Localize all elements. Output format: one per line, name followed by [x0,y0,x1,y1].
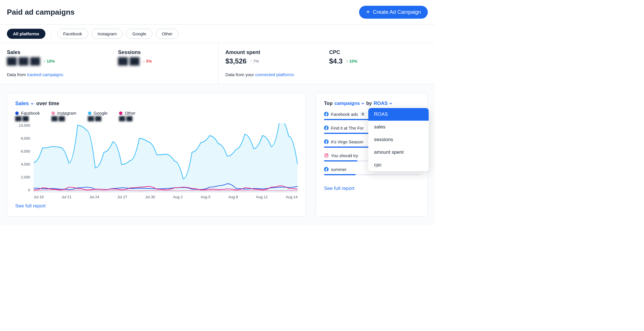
filter-separator [51,30,51,38]
filter-other[interactable]: Other [156,29,179,39]
legend-value: ██ ██ [119,116,136,121]
platform-filters: All platforms Facebook Instagram Google … [0,25,435,43]
dropdown-option[interactable]: cpc [368,159,429,171]
stat-value: ██ ██ [118,57,139,65]
sales-chart-panel: Sales over time Facebook██ ██Instagram██… [7,93,306,217]
stat-value: $4.3 [329,57,343,65]
chevron-down-icon [389,102,392,105]
x-tick: Jul 27 [117,195,127,199]
campaign-badge: B [360,112,365,116]
arrow-up-icon: ↑ [346,59,348,63]
data-source-note: Data from tracked campaigns [7,72,211,77]
legend-value: ██ ██ [88,116,108,121]
legend-dot [15,111,19,115]
chart-plot [34,123,298,192]
arrow-down-icon: ↓ [143,59,145,63]
x-tick: Jul 21 [62,195,72,199]
chart-y-axis: 10,0008,0006,0004,0002,0000 [15,123,32,192]
chevron-down-icon [30,102,34,105]
stat-label: CPC [329,49,357,55]
facebook-icon [324,139,329,144]
legend-dot [119,111,122,115]
top-entity-dropdown[interactable]: campaigns [334,101,365,106]
campaign-bar [324,174,419,175]
filter-facebook[interactable]: Facebook [57,29,88,39]
stat-label: Amount spent [225,49,260,55]
legend-dot [51,111,55,115]
x-tick: Aug 2 [173,195,183,199]
legend-item: Facebook██ ██ [15,111,40,121]
legend-label: Facebook [21,111,40,116]
y-tick: 4,000 [15,162,30,166]
page-title: Paid ad campaigns [7,8,75,17]
instagram-icon [324,153,329,158]
legend-label: Google [94,111,108,116]
sort-dropdown-menu: ROASsalessessionsamount spentcpc [368,108,429,171]
chart-x-axis: Jul 18Jul 21Jul 24Jul 27Jul 30Aug 2Aug 5… [34,195,298,199]
stat-delta: ↑ 10% [346,59,357,63]
x-tick: Jul 18 [34,195,44,199]
y-tick: 0 [15,188,30,192]
campaign-name: Facebook ads [331,112,358,117]
legend-value: ██ ██ [51,116,76,121]
plus-icon [366,9,370,15]
legend-label: Instagram [57,111,76,116]
y-tick: 8,000 [15,136,30,141]
data-source-note: Data from your connected platforms [225,72,428,77]
chart-metric-dropdown[interactable]: Sales [15,101,34,107]
top-sort-dropdown[interactable]: ROAS [374,101,392,106]
top-campaigns-panel: Top campaigns by ROAS Facebook adsB ↑ 2%… [316,93,428,217]
stat-label: Sales [7,49,55,55]
facebook-icon [324,167,329,172]
x-tick: Aug 8 [228,195,238,199]
see-full-report-link[interactable]: See full report [15,203,46,209]
legend-label: Other [125,111,136,116]
filter-google[interactable]: Google [126,29,152,39]
campaign-name: It's Virgo Season [331,139,363,144]
chart-title-rest: over time [36,101,59,107]
stat-cpc: CPC $4.3 ↑ 10% [329,49,357,65]
stat-delta: ↑ 10% [43,59,55,63]
campaign-name: You should try [331,153,358,158]
campaign-name: summer [331,167,346,172]
campaign-name: Find it at The For [331,126,364,130]
y-tick: 10,000 [15,123,30,128]
connected-platforms-link[interactable]: connected platforms [255,72,294,77]
stat-amount-spent: Amount spent $3,526 ↑ 7% [225,49,260,65]
x-tick: Jul 30 [145,195,155,199]
stat-delta: ↓ 5% [143,59,152,63]
x-tick: Aug 11 [256,195,268,199]
x-tick: Aug 14 [286,195,298,199]
top-by: by [366,101,372,106]
top-prefix: Top [324,101,333,106]
svg-point-2 [327,154,327,155]
create-ad-campaign-button[interactable]: Create Ad Campaign [359,6,428,19]
dropdown-option[interactable]: ROAS [368,108,429,121]
arrow-up-icon: ↑ [43,59,45,63]
filter-instagram[interactable]: Instagram [92,29,123,39]
svg-point-1 [325,155,327,156]
y-tick: 6,000 [15,149,30,153]
filter-all-platforms[interactable]: All platforms [7,29,45,39]
legend-value: ██ ██ [15,116,40,121]
x-tick: Aug 5 [201,195,210,199]
legend-item: Google██ ██ [88,111,108,121]
tracked-campaigns-link[interactable]: tracked campaigns [27,72,63,77]
chevron-down-icon [361,102,365,105]
stat-value: ██ ██ ██ [7,57,40,65]
chart-legend: Facebook██ ██Instagram██ ██Google██ ██Ot… [15,111,298,121]
stat-value: $3,526 [225,57,246,65]
x-tick: Jul 24 [89,195,99,199]
legend-dot [88,111,91,115]
create-button-label: Create Ad Campaign [373,9,421,15]
see-full-report-link[interactable]: See full report [324,186,354,191]
legend-item: Instagram██ ██ [51,111,76,121]
y-tick: 2,000 [15,175,30,179]
stat-delta: ↑ 7% [250,59,259,63]
dropdown-option[interactable]: sales [368,121,429,133]
dropdown-option[interactable]: sessions [368,133,429,146]
dropdown-option[interactable]: amount spent [368,146,429,159]
stat-label: Sessions [118,49,152,55]
facebook-icon [324,126,329,130]
facebook-icon [324,112,329,116]
